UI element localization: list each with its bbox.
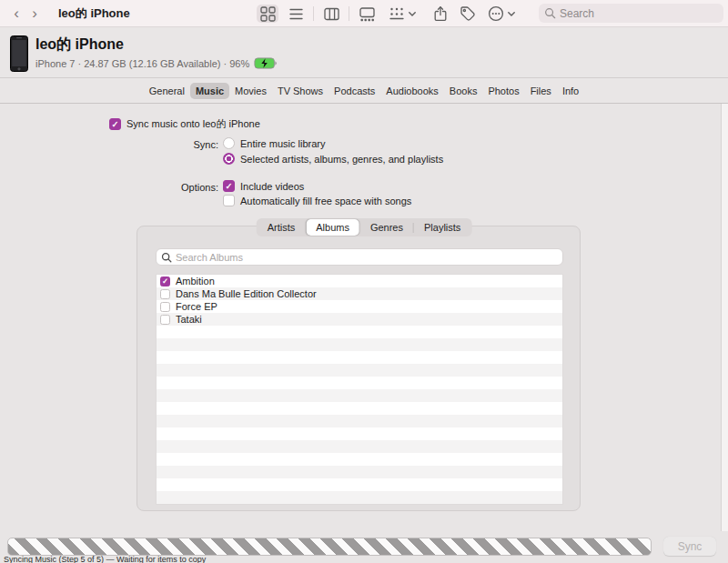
device-name: leo的 iPhone <box>35 35 124 55</box>
album-row-empty <box>157 338 562 351</box>
view-controls <box>257 0 378 27</box>
album-list: AmbitionDans Ma Bulle Edition CollectorF… <box>156 274 563 505</box>
album-row-empty <box>157 351 562 364</box>
tag-icon <box>460 5 476 22</box>
album-name: Force EP <box>176 302 217 312</box>
toolbar-search-input[interactable] <box>560 7 718 20</box>
checkbox-label: Automatically fill free space with songs <box>240 196 411 206</box>
device-header: leo的 iPhone iPhone 7 · 24.87 GB (12.16 G… <box>0 27 728 78</box>
chevron-down-icon <box>409 12 416 16</box>
option-row-include-videos: Include videos <box>223 180 304 192</box>
options-label: Options: <box>136 182 218 193</box>
tab-music[interactable]: Music <box>190 83 229 99</box>
sync-button[interactable]: Sync <box>663 537 716 556</box>
album-checkbox-force-ep[interactable] <box>160 302 170 312</box>
sync-label: Sync: <box>136 139 218 150</box>
back-button[interactable]: ‹ <box>7 1 25 26</box>
sync-music-checkbox[interactable] <box>109 118 121 130</box>
tab-photos[interactable]: Photos <box>482 83 524 99</box>
chevron-left-icon: ‹ <box>14 5 19 22</box>
album-row-empty <box>157 415 562 427</box>
device-details-text: iPhone 7 · 24.87 GB (12.16 GB Available)… <box>35 58 249 69</box>
album-row-empty <box>157 402 562 415</box>
library-segmented-control: ArtistsAlbumsGenresPlaylists <box>257 218 472 236</box>
album-name: Tataki <box>176 315 202 325</box>
album-row-empty <box>157 453 562 466</box>
tab-info[interactable]: Info <box>557 83 584 99</box>
segment-playlists[interactable]: Playlists <box>414 219 470 236</box>
sync-music-row: Sync music onto leo的 iPhone <box>109 117 260 131</box>
album-name: Ambition <box>176 276 215 287</box>
segment-albums[interactable]: Albums <box>306 219 359 236</box>
album-row-empty <box>157 377 562 389</box>
search-icon <box>161 252 172 263</box>
radio-selected-artists-albums-genres-and-playlists[interactable] <box>223 153 235 165</box>
albums-search <box>156 248 563 266</box>
radio-row-selected-artists-albums-genres-and-playlists: Selected artists, albums, genres, and pl… <box>223 153 443 165</box>
sync-progress-bar <box>7 538 652 556</box>
toolbar-search <box>539 4 723 23</box>
radio-label: Selected artists, albums, genres, and pl… <box>240 154 443 165</box>
tab-books[interactable]: Books <box>444 83 483 99</box>
battery-charging-icon <box>254 57 278 69</box>
grid-view-icon <box>260 6 276 22</box>
share-icon <box>433 5 448 22</box>
forward-button[interactable]: › <box>25 1 44 26</box>
album-row-empty <box>157 440 562 453</box>
checkbox-include-videos[interactable] <box>223 180 235 192</box>
vertical-scrollbar[interactable] <box>721 104 728 531</box>
group-icon <box>389 6 405 22</box>
albums-search-input[interactable] <box>176 252 558 263</box>
tab-files[interactable]: Files <box>525 83 557 99</box>
more-actions-button[interactable] <box>488 0 515 27</box>
toolbar-separator <box>349 6 349 21</box>
albums-panel: AmbitionDans Ma Bulle Edition CollectorF… <box>136 226 581 511</box>
segment-genres[interactable]: Genres <box>360 219 413 236</box>
sync-status-text: Syncing Music (Step 5 of 5) — Waiting fo… <box>4 555 206 563</box>
checkbox-automatically-fill-free-space-with-songs[interactable] <box>223 195 235 206</box>
window-title: leo的 iPhone <box>58 5 130 22</box>
segment-artists[interactable]: Artists <box>258 219 306 236</box>
gallery-view-icon <box>359 6 375 22</box>
device-tabbar: GeneralMusicMoviesTV ShowsPodcastsAudiob… <box>0 78 728 104</box>
gallery-view-button[interactable] <box>356 5 378 23</box>
group-by-button[interactable] <box>389 0 416 27</box>
album-row-empty <box>157 466 562 478</box>
album-row-empty <box>157 427 562 440</box>
toolbar-separator <box>313 6 314 21</box>
album-row-empty <box>157 364 562 377</box>
album-checkbox-tataki[interactable] <box>160 315 170 325</box>
search-icon <box>544 7 556 19</box>
album-row-empty <box>157 491 562 504</box>
album-row-tataki[interactable]: Tataki <box>157 313 562 326</box>
radio-entire-music-library[interactable] <box>223 137 235 149</box>
radio-label: Entire music library <box>240 138 326 149</box>
album-row-empty <box>157 326 562 338</box>
tab-podcasts[interactable]: Podcasts <box>329 83 380 99</box>
icon-view-button[interactable] <box>257 5 278 23</box>
column-view-icon <box>324 6 339 22</box>
list-view-button[interactable] <box>285 5 307 23</box>
tags-button[interactable] <box>460 0 476 27</box>
tab-audiobooks[interactable]: Audiobooks <box>380 83 444 99</box>
tab-tv-shows[interactable]: TV Shows <box>272 83 329 99</box>
album-row-ambition[interactable]: Ambition <box>157 275 562 287</box>
album-row-dans-ma-bulle-edition-collector[interactable]: Dans Ma Bulle Edition Collector <box>157 287 562 300</box>
album-row-empty <box>157 389 562 402</box>
album-row-empty <box>157 478 562 491</box>
list-view-icon <box>288 6 304 22</box>
album-checkbox-dans-ma-bulle-edition-collector[interactable] <box>160 289 170 299</box>
toolbar: ‹ › leo的 iPhone <box>0 0 728 27</box>
device-details: iPhone 7 · 24.87 GB (12.16 GB Available)… <box>35 57 278 69</box>
tab-movies[interactable]: Movies <box>229 83 272 99</box>
column-view-button[interactable] <box>320 5 342 23</box>
album-name: Dans Ma Bulle Edition Collector <box>176 289 317 299</box>
album-row-force-ep[interactable]: Force EP <box>157 300 562 313</box>
tab-general[interactable]: General <box>144 83 190 99</box>
share-button[interactable] <box>433 0 448 27</box>
option-row-automatically-fill-free-space-with-songs: Automatically fill free space with songs <box>223 195 411 206</box>
sync-music-label: Sync music onto leo的 iPhone <box>126 117 260 131</box>
ellipsis-circle-icon <box>488 5 504 22</box>
radio-row-entire-music-library: Entire music library <box>223 137 326 149</box>
album-checkbox-ambition[interactable] <box>160 276 170 287</box>
